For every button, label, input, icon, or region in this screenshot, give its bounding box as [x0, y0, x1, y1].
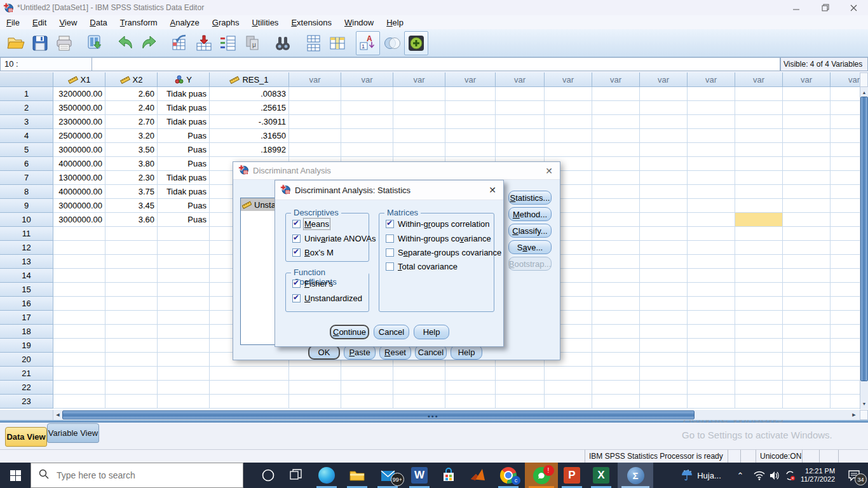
empty-cell[interactable]	[831, 143, 860, 157]
cancel-button[interactable]: Cancel	[374, 325, 409, 339]
empty-cell[interactable]	[688, 367, 735, 381]
print-icon[interactable]	[52, 31, 76, 55]
empty-cell[interactable]	[640, 115, 688, 129]
empty-cell[interactable]	[831, 213, 860, 227]
whatsapp-icon[interactable]: !	[525, 463, 558, 488]
empty-cell[interactable]	[496, 115, 545, 129]
empty-cell[interactable]	[783, 269, 831, 283]
redo-icon[interactable]	[137, 31, 161, 55]
data-cell[interactable]: Tidak puas	[158, 171, 210, 185]
empty-cell[interactable]	[831, 325, 860, 339]
row-header[interactable]: 3	[0, 115, 53, 129]
empty-cell[interactable]	[592, 115, 640, 129]
empty-cell[interactable]	[640, 255, 688, 269]
data-cell[interactable]	[105, 269, 158, 283]
data-cell[interactable]	[105, 283, 158, 297]
column-header-RES_1[interactable]: RES_1	[210, 72, 289, 87]
empty-cell[interactable]	[831, 129, 860, 143]
save-button[interactable]: Save...	[508, 240, 552, 254]
scroll-up-icon[interactable]: ▲	[860, 88, 868, 97]
empty-cell[interactable]	[688, 339, 735, 353]
empty-cell[interactable]	[289, 395, 341, 409]
data-cell[interactable]: 3.75	[105, 185, 158, 199]
data-cell[interactable]	[158, 353, 210, 367]
data-cell[interactable]: 3.60	[105, 213, 158, 227]
column-header-X1[interactable]: X1	[53, 72, 105, 87]
menu-window[interactable]: Window	[338, 17, 380, 29]
data-cell[interactable]: 2.60	[105, 87, 158, 101]
data-cell[interactable]: 1300000.00	[53, 171, 105, 185]
empty-cell[interactable]	[783, 255, 831, 269]
empty-cell[interactable]	[735, 101, 783, 115]
use-variable-sets-icon[interactable]	[404, 31, 428, 55]
empty-cell[interactable]	[640, 381, 688, 395]
data-cell[interactable]	[105, 395, 158, 409]
data-cell[interactable]	[53, 269, 105, 283]
data-cell[interactable]	[53, 255, 105, 269]
active-cell[interactable]	[735, 213, 783, 227]
empty-cell[interactable]	[289, 101, 341, 115]
empty-cell[interactable]	[783, 115, 831, 129]
menu-graphs[interactable]: Graphs	[206, 17, 246, 29]
empty-cell[interactable]	[592, 255, 640, 269]
empty-cell[interactable]	[783, 101, 831, 115]
empty-cell[interactable]	[393, 367, 445, 381]
empty-cell[interactable]	[393, 101, 445, 115]
grid-corner-cell[interactable]	[0, 72, 53, 87]
empty-cell[interactable]	[688, 311, 735, 325]
empty-cell[interactable]	[783, 157, 831, 171]
column-header-var[interactable]: var	[640, 72, 688, 87]
empty-cell[interactable]	[735, 255, 783, 269]
empty-cell[interactable]	[640, 325, 688, 339]
row-header[interactable]: 4	[0, 129, 53, 143]
empty-cell[interactable]	[688, 353, 735, 367]
data-cell[interactable]: 2500000.00	[53, 129, 105, 143]
data-cell[interactable]	[105, 227, 158, 241]
empty-cell[interactable]	[341, 367, 393, 381]
empty-cell[interactable]	[688, 101, 735, 115]
empty-cell[interactable]	[592, 367, 640, 381]
empty-cell[interactable]	[735, 297, 783, 311]
empty-cell[interactable]	[783, 185, 831, 199]
data-cell[interactable]	[53, 395, 105, 409]
empty-cell[interactable]	[640, 199, 688, 213]
data-cell[interactable]	[53, 227, 105, 241]
empty-cell[interactable]	[783, 87, 831, 101]
data-cell[interactable]	[158, 395, 210, 409]
data-cell[interactable]	[158, 269, 210, 283]
empty-cell[interactable]	[831, 255, 860, 269]
data-cell[interactable]	[53, 311, 105, 325]
empty-cell[interactable]	[445, 395, 496, 409]
empty-cell[interactable]	[640, 367, 688, 381]
empty-cell[interactable]	[545, 101, 592, 115]
data-cell[interactable]	[105, 339, 158, 353]
save-icon[interactable]	[28, 31, 52, 55]
action-center-icon[interactable]: 34	[840, 463, 868, 488]
empty-cell[interactable]	[640, 129, 688, 143]
univariate-anovas-checkbox[interactable]: Univariate ANOVAs	[292, 234, 376, 243]
empty-cell[interactable]	[545, 87, 592, 101]
close-icon[interactable]: ✕	[543, 166, 555, 176]
empty-cell[interactable]	[688, 87, 735, 101]
data-cell[interactable]: Tidak puas	[158, 185, 210, 199]
empty-cell[interactable]	[735, 227, 783, 241]
volume-icon[interactable]	[767, 463, 783, 488]
empty-cell[interactable]	[831, 269, 860, 283]
empty-cell[interactable]	[445, 367, 496, 381]
variables-icon[interactable]	[216, 31, 240, 55]
empty-cell[interactable]	[783, 199, 831, 213]
empty-cell[interactable]	[496, 381, 545, 395]
empty-cell[interactable]	[688, 129, 735, 143]
empty-cell[interactable]	[783, 171, 831, 185]
empty-cell[interactable]	[640, 101, 688, 115]
empty-cell[interactable]	[688, 115, 735, 129]
row-header[interactable]: 8	[0, 185, 53, 199]
empty-cell[interactable]	[783, 395, 831, 409]
empty-cell[interactable]	[496, 367, 545, 381]
empty-cell[interactable]	[688, 199, 735, 213]
row-header[interactable]: 17	[0, 311, 53, 325]
recall-dialogs-icon[interactable]	[83, 31, 107, 55]
empty-cell[interactable]	[783, 283, 831, 297]
method-button[interactable]: Method...	[508, 207, 552, 221]
empty-cell[interactable]	[496, 395, 545, 409]
